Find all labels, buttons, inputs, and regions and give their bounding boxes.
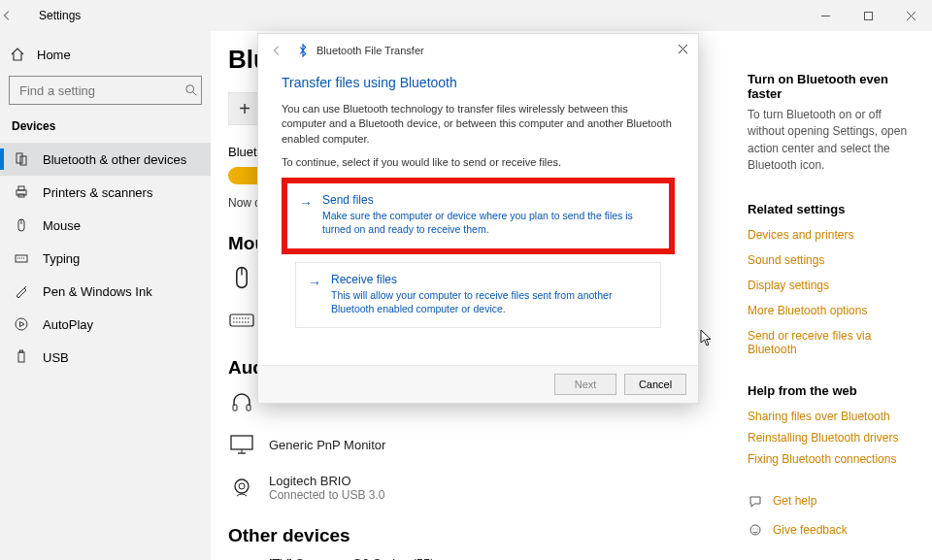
dialog-instruction: To continue, select if you would like to… bbox=[282, 156, 675, 168]
printer-icon bbox=[14, 184, 29, 200]
sidebar-item-label: Typing bbox=[43, 251, 80, 266]
search-icon bbox=[184, 83, 198, 97]
sidebar-item-label: Bluetooth & other devices bbox=[43, 152, 186, 167]
sidebar-item-usb[interactable]: USB bbox=[0, 341, 211, 374]
usb-icon bbox=[14, 349, 29, 365]
dialog-wizard-name: Bluetooth File Transfer bbox=[316, 45, 424, 56]
help-link-fixing[interactable]: Fixing Bluetooth connections bbox=[748, 452, 918, 466]
sidebar-item-autoplay[interactable]: AutoPlay bbox=[0, 308, 211, 341]
link-display[interactable]: Display settings bbox=[748, 279, 918, 292]
keyboard-icon bbox=[14, 250, 29, 266]
sidebar-item-label: Printers & scanners bbox=[43, 185, 152, 200]
svg-point-31 bbox=[752, 528, 753, 529]
mouse-icon bbox=[14, 217, 29, 233]
option-send-desc: Make sure the computer or device where y… bbox=[322, 209, 657, 236]
autoplay-icon bbox=[14, 316, 29, 332]
svg-point-13 bbox=[16, 318, 27, 330]
sidebar-item-label: USB bbox=[43, 350, 69, 365]
right-panel: Turn on Bluetooth even faster To turn Bl… bbox=[748, 31, 932, 560]
svg-rect-4 bbox=[17, 153, 22, 163]
device-name: Logitech BRIO bbox=[269, 474, 384, 488]
sidebar: Home Devices Bluetooth & other devices P… bbox=[0, 31, 211, 560]
right-heading-related: Related settings bbox=[748, 202, 918, 216]
bluetooth-transfer-dialog: Bluetooth File Transfer Transfer files u… bbox=[257, 33, 699, 404]
sidebar-item-pen[interactable]: Pen & Windows Ink bbox=[0, 275, 211, 308]
window-title: Settings bbox=[39, 9, 81, 22]
link-devices-printers[interactable]: Devices and printers bbox=[748, 228, 918, 242]
maximize-button[interactable] bbox=[847, 0, 889, 31]
svg-point-26 bbox=[235, 479, 249, 493]
svg-point-2 bbox=[186, 85, 194, 93]
section-other: Other devices bbox=[228, 525, 748, 546]
device-name: Generic PnP Monitor bbox=[269, 438, 385, 452]
svg-rect-18 bbox=[230, 314, 253, 326]
give-feedback-link[interactable]: Give feedback bbox=[748, 522, 918, 538]
svg-rect-1 bbox=[864, 12, 872, 19]
link-sound[interactable]: Sound settings bbox=[748, 253, 918, 267]
search-field[interactable] bbox=[17, 82, 184, 99]
feedback-label: Give feedback bbox=[773, 523, 848, 537]
sidebar-item-mouse[interactable]: Mouse bbox=[0, 209, 211, 242]
svg-point-32 bbox=[756, 528, 757, 529]
svg-line-3 bbox=[193, 92, 197, 96]
sidebar-item-printers[interactable]: Printers & scanners bbox=[0, 176, 211, 209]
help-link-reinstall[interactable]: Reinstalling Bluetooth drivers bbox=[748, 431, 918, 445]
device-monitor[interactable]: Generic PnP Monitor bbox=[228, 431, 748, 458]
help-link-sharing[interactable]: Sharing files over Bluetooth bbox=[748, 410, 918, 423]
help-icon bbox=[748, 493, 763, 509]
add-device-button[interactable]: + bbox=[228, 92, 261, 125]
svg-rect-15 bbox=[20, 350, 23, 352]
sidebar-item-bluetooth[interactable]: Bluetooth & other devices bbox=[0, 143, 211, 176]
bluetooth-icon bbox=[297, 44, 309, 57]
option-send-title: Send files bbox=[322, 193, 657, 207]
right-paragraph-fast: To turn Bluetooth on or off without open… bbox=[748, 107, 918, 175]
devices-icon bbox=[14, 151, 29, 167]
right-heading-help: Help from the web bbox=[748, 383, 918, 398]
arrow-right-icon: → bbox=[308, 273, 321, 315]
device-tv[interactable]: [TV] Samsung Q6 Series (55) Not connecte… bbox=[228, 556, 748, 560]
option-send-files[interactable]: → Send files Make sure the computer or d… bbox=[282, 178, 675, 253]
dialog-back-button[interactable] bbox=[270, 44, 283, 57]
link-send-receive[interactable]: Send or receive files via Bluetooth bbox=[748, 329, 918, 356]
sidebar-item-typing[interactable]: Typing bbox=[0, 242, 211, 275]
svg-rect-5 bbox=[20, 156, 26, 165]
search-input[interactable] bbox=[9, 76, 202, 105]
device-name: [TV] Samsung Q6 Series (55) bbox=[269, 556, 435, 560]
svg-rect-7 bbox=[18, 186, 24, 190]
sidebar-item-label: Mouse bbox=[43, 218, 81, 233]
cast-icon bbox=[228, 557, 255, 561]
cancel-button[interactable]: Cancel bbox=[624, 374, 686, 395]
arrow-right-icon: → bbox=[299, 193, 313, 236]
get-help-link[interactable]: Get help bbox=[748, 493, 918, 509]
svg-point-27 bbox=[239, 483, 245, 489]
right-heading-fast: Turn on Bluetooth even faster bbox=[748, 72, 918, 101]
back-button[interactable] bbox=[0, 9, 39, 22]
dialog-description: You can use Bluetooth technology to tran… bbox=[282, 102, 675, 147]
sidebar-item-label: Pen & Windows Ink bbox=[43, 284, 152, 299]
keyboard-icon bbox=[228, 307, 255, 334]
option-receive-desc: This will allow your computer to receive… bbox=[331, 288, 649, 315]
device-status: Connected to USB 3.0 bbox=[269, 488, 384, 502]
next-button[interactable]: Next bbox=[554, 374, 616, 395]
close-button[interactable] bbox=[889, 0, 932, 31]
home-nav[interactable]: Home bbox=[0, 39, 211, 72]
svg-rect-14 bbox=[18, 352, 24, 362]
sidebar-item-label: AutoPlay bbox=[43, 317, 93, 332]
device-logitech[interactable]: Logitech BRIO Connected to USB 3.0 bbox=[228, 474, 748, 502]
sidebar-section: Devices bbox=[12, 119, 199, 133]
home-label: Home bbox=[37, 48, 71, 62]
dialog-close-button[interactable] bbox=[678, 44, 688, 54]
headphones-icon bbox=[228, 388, 255, 415]
monitor-icon bbox=[228, 431, 255, 458]
webcam-icon bbox=[228, 475, 255, 502]
mouse-icon bbox=[228, 264, 255, 291]
option-receive-files[interactable]: → Receive files This will allow your com… bbox=[295, 262, 661, 328]
option-receive-title: Receive files bbox=[331, 273, 649, 286]
link-more-bt[interactable]: More Bluetooth options bbox=[748, 304, 918, 317]
dialog-title: Transfer files using Bluetooth bbox=[282, 75, 675, 90]
pen-icon bbox=[14, 283, 29, 299]
get-help-label: Get help bbox=[773, 494, 816, 508]
home-icon bbox=[10, 47, 25, 62]
minimize-button[interactable] bbox=[804, 0, 847, 31]
feedback-icon bbox=[748, 522, 763, 538]
